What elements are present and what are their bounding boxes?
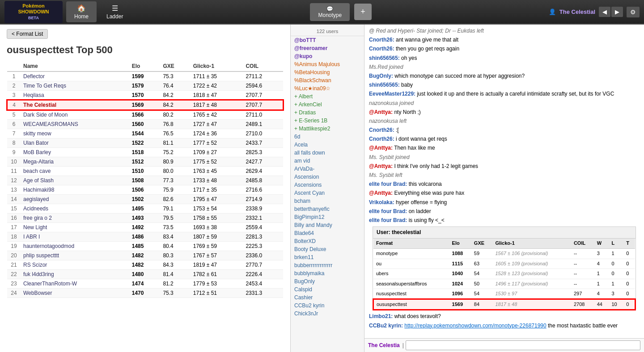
home-button[interactable]: 🏠 Home [66, 1, 97, 22]
chat-user-item[interactable]: brken11 [291, 253, 364, 261]
stats-gxe: 59 [471, 248, 493, 259]
col-coil: COIL [243, 61, 283, 71]
stats-coil: 2708 [571, 299, 594, 310]
chat-user-item[interactable]: bcham [291, 197, 364, 205]
cell-rank: 18 [7, 232, 21, 242]
cell-name: WebBowser [21, 289, 129, 298]
cell-name: fuk l4dd3ring [21, 270, 129, 279]
user-stats-header: User: thecelestial [373, 227, 636, 239]
chat-panel: @ Red and Hyperi- Star joined; Dr -- Euk… [364, 25, 644, 352]
chat-input[interactable] [406, 340, 640, 350]
cell-rank: 22 [7, 270, 21, 279]
cell-name: MoB Barley [21, 148, 129, 157]
chat-user-item[interactable]: Acela [291, 141, 364, 149]
chat-user-item[interactable]: bubblymaika [291, 269, 364, 277]
cell-coil: 2711.2 [243, 71, 283, 81]
stats-row: ubers 1040 54 1528 ± 123 (provisional) -… [373, 269, 635, 279]
settings-button[interactable]: ⚙ [627, 7, 640, 17]
chat-user-item[interactable]: ArVaDa- [291, 165, 364, 173]
chat-user-item[interactable]: Cashier [291, 293, 364, 302]
chat-user-item[interactable]: Billy and Mandy [291, 221, 364, 229]
message-text: ant wanna give me that alt [396, 37, 458, 43]
prev-button[interactable]: ◀ [599, 7, 610, 17]
ladder-button[interactable]: ☰ Ladder [98, 1, 131, 22]
cell-name: Acidneeds [21, 204, 129, 214]
next-button[interactable]: ▶ [611, 7, 623, 17]
chat-user-item[interactable]: @freeroamer [291, 44, 364, 52]
stats-row: oususpecttest 1569 84 1817 ± 48 2708 44 … [373, 299, 635, 310]
col-elo: Elo [129, 61, 161, 71]
chat-link[interactable]: http://replay.pokemonshowdown.com/monoty… [404, 323, 546, 329]
chat-user-item[interactable]: %Animus Majulous [291, 60, 364, 68]
message-username: CCBu2 kyrin: [369, 323, 403, 329]
stats-w: 44 [594, 299, 609, 310]
format-list-button[interactable]: < Format List [7, 29, 48, 39]
cell-gxe: 77.3 [160, 176, 190, 185]
nav-arrows: ◀ ▶ [599, 7, 623, 17]
chat-user-item[interactable]: @boTTT [291, 36, 364, 44]
stats-coil: -- [571, 259, 594, 269]
stats-t: 0 [623, 289, 635, 299]
cell-gxe: 76.4 [160, 81, 190, 91]
message-text: I think I've only had 1-2 legit games [394, 163, 478, 169]
chat-user-item[interactable]: %BlackSchwan [291, 76, 364, 84]
cell-rank: 1 [7, 71, 21, 81]
stats-w: 1 [594, 279, 609, 289]
chat-user-item[interactable]: Ascension [291, 173, 364, 181]
chat-user-item[interactable]: %Luc★ina09☆ [291, 84, 364, 92]
chat-message: shin656565: baby [369, 81, 640, 89]
cell-name: I ABR I [21, 232, 129, 242]
system-message: nazonokusa joined [369, 100, 414, 106]
stats-row: nususpecttest 1096 54 1530 ± 97 297 4 3 … [373, 289, 635, 299]
chat-user-item[interactable]: %BetaHousing [291, 68, 364, 76]
cell-coil: 2332.1 [243, 214, 283, 223]
chat-user-item[interactable]: Ascent Cyan [291, 189, 364, 197]
cell-glicko: 1727 ± 47 [191, 120, 243, 129]
chat-user-item[interactable]: + E-Series 1B [291, 117, 364, 125]
cell-elo: 1482 [129, 260, 161, 270]
cell-gxe: 76.8 [160, 120, 190, 129]
cell-glicko: 1782 ± 61 [191, 270, 243, 279]
user-count: 122 users [291, 27, 364, 36]
cell-elo: 1470 [129, 289, 161, 298]
table-row: 3 Heqilasa 1570 84.2 1818 ± 47 2707.7 [7, 91, 283, 101]
add-room-button[interactable]: + [354, 4, 372, 20]
message-text: just looked it up and there is actually … [417, 91, 614, 97]
chat-message: @Anttya: I think I've only had 1-2 legit… [369, 162, 640, 171]
chat-user-item[interactable]: all falls down [291, 149, 364, 157]
message-username: @Anttya: [369, 109, 393, 115]
chat-user-item[interactable]: CCBu2 kyrin [291, 302, 364, 310]
chat-user-item[interactable]: BolterXD [291, 237, 364, 245]
chat-user-item[interactable]: am vid [291, 157, 364, 165]
message-username: shin656565: [369, 82, 400, 88]
chat-user-item[interactable]: + Dratias [291, 109, 364, 117]
chat-user-item[interactable]: 6d [291, 133, 364, 141]
cell-gxe: 80.4 [160, 242, 190, 251]
chat-user-item[interactable]: + Albert [291, 92, 364, 101]
cell-gxe: 79.1 [160, 204, 190, 214]
ladder-panel: < Format List oususpecttest Top 500 Name… [0, 25, 291, 352]
chat-user-item[interactable]: Blade64 [291, 229, 364, 237]
monotype-tab[interactable]: 💬 Monotype [310, 3, 350, 21]
chat-user-item[interactable]: betterthanyefic [291, 205, 364, 213]
cell-gxe: 75.9 [160, 185, 190, 195]
cell-rank: 17 [7, 223, 21, 232]
logo[interactable]: PokémonSHOWDOWNBETA [4, 1, 63, 23]
chat-user-item[interactable]: Ascensions [291, 181, 364, 189]
cell-glicko: 1779 ± 53 [191, 279, 243, 289]
cell-elo: 1474 [129, 279, 161, 289]
table-row: 20 phlip suspectttt 1482 80.3 1767 ± 57 … [7, 251, 283, 260]
chat-message: Vrikolaka: hyper offense = flying [369, 198, 640, 207]
chat-user-item[interactable]: BugOnly [291, 277, 364, 285]
chat-user-item[interactable]: BigPimpin12 [291, 213, 364, 221]
cell-coil: 2453.4 [243, 279, 283, 289]
cell-rank: 20 [7, 251, 21, 260]
chat-user-item[interactable]: @kupo [291, 52, 364, 60]
chat-user-item[interactable]: Calspid [291, 285, 364, 293]
chat-user-item[interactable]: + Mattlikespie2 [291, 125, 364, 133]
chat-message: Limbo21: what does teravolt? [369, 312, 640, 321]
chat-user-item[interactable]: Chick3nJr [291, 310, 364, 318]
chat-user-item[interactable]: + ArkenCiel [291, 101, 364, 109]
chat-user-item[interactable]: Booty Deluxe [291, 245, 364, 253]
chat-user-item[interactable]: bubberrrrrrrrrrrrr [291, 261, 364, 269]
